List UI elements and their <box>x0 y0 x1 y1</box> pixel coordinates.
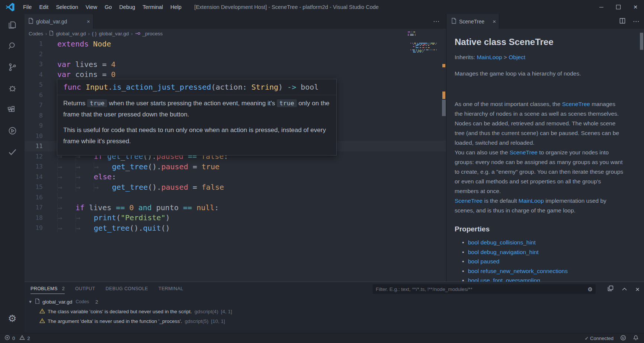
problems-group-row[interactable]: ▼global_var.gdCodes2 <box>25 297 644 307</box>
property-link[interactable]: bool refuse_new_network_connections <box>468 268 568 274</box>
source-control-icon[interactable] <box>0 57 25 78</box>
breadcrumb-item[interactable]: global_var.gd <box>56 31 86 36</box>
open-in-editor-icon[interactable] <box>608 285 613 293</box>
panel-tab-terminal[interactable]: TERMINAL <box>158 285 183 294</box>
overview-ruler[interactable] <box>442 29 446 282</box>
problems-status[interactable]: 0 2 <box>0 335 30 342</box>
check-icon: ✓ <box>585 336 590 341</box>
editor-tab-bar: global_var.gd × ⋯ <box>25 14 446 29</box>
maximize-button[interactable] <box>610 0 627 14</box>
filter-icon[interactable]: ⚙ <box>588 286 593 292</box>
menu-item-debug[interactable]: Debug <box>116 0 139 14</box>
explorer-icon[interactable] <box>0 14 25 35</box>
close-button[interactable]: ✕ <box>627 0 644 14</box>
property-link[interactable]: bool debug_collisions_hint <box>468 239 536 246</box>
debug-icon[interactable] <box>0 78 25 99</box>
editor-actions-ellipsis-icon[interactable]: ⋯ <box>433 14 440 29</box>
panel-tab-output[interactable]: OUTPUT <box>75 285 95 294</box>
problem-row[interactable]: The class variable 'coins' is declared b… <box>25 307 644 316</box>
menu-item-view[interactable]: View <box>82 0 101 14</box>
property-item: bool use_font_oversampling <box>462 276 624 282</box>
panel-tab-problems[interactable]: PROBLEMS2 <box>31 285 65 294</box>
code-line[interactable]: 13→→→get_tree().paused = true <box>25 161 446 172</box>
property-link[interactable]: bool paused <box>468 258 499 265</box>
feedback-smiley-icon[interactable] <box>620 335 626 342</box>
close-panel-icon[interactable]: × <box>635 286 640 293</box>
panel-tab-debug-console[interactable]: DEBUG CONSOLE <box>106 285 148 294</box>
filter-input[interactable] <box>373 286 588 292</box>
connection-status[interactable]: ✓ Connected <box>585 336 613 341</box>
error-count: 0 <box>12 336 15 341</box>
doc-link[interactable]: SceneTree <box>510 149 538 156</box>
code-line[interactable]: 19→→get_tree().quit() <box>25 223 446 233</box>
tab-scenetree[interactable]: SceneTree × <box>446 14 499 29</box>
code-line[interactable]: 1extends Node <box>25 39 446 49</box>
breadcrumb-item[interactable]: Codes <box>29 31 43 36</box>
breadcrumb-item[interactable]: global_var.gd <box>99 31 129 36</box>
warning-triangle-icon <box>39 308 45 315</box>
doc-link[interactable]: MainLoop <box>477 54 502 60</box>
property-link[interactable]: bool use_font_oversampling <box>468 277 540 282</box>
properties-heading: Properties <box>455 225 624 233</box>
docs-heading: Native class SceneTree <box>455 37 624 47</box>
warning-triangle-icon <box>39 318 45 324</box>
code-line[interactable]: 17→if lives == 0 and punto == null: <box>25 202 446 213</box>
menu-item-edit[interactable]: Edit <box>35 0 52 14</box>
problems-filter[interactable]: ⚙ <box>373 284 596 294</box>
manage-gear-icon[interactable]: ⚙ <box>0 308 25 329</box>
code-line[interactable]: 16→ <box>25 192 446 203</box>
tab-close-icon[interactable]: × <box>493 18 496 25</box>
maximize-panel-chevron-icon[interactable] <box>622 286 627 292</box>
doc-link[interactable]: MainLoop <box>519 198 544 204</box>
tab-close-icon[interactable]: × <box>87 18 90 25</box>
problem-row[interactable]: The argument 'delta' is never used in th… <box>25 316 644 326</box>
warning-count: 2 <box>27 336 30 341</box>
braces-symbol-icon: { } <box>92 31 97 36</box>
file-icon <box>49 31 54 37</box>
doc-link[interactable]: SceneTree <box>455 198 483 204</box>
code-line[interactable]: 2 <box>25 49 446 60</box>
hover-tooltip: func Input.is_action_just_pressed(action… <box>57 79 337 156</box>
more-actions-ellipsis-icon[interactable]: ⋯ <box>633 17 640 25</box>
code-line[interactable]: 4var coins = 0 <box>25 70 446 80</box>
minimap[interactable] <box>408 31 438 56</box>
menu-item-terminal[interactable]: Terminal <box>139 0 167 14</box>
docs-scrollbar-thumb[interactable] <box>640 33 643 50</box>
test-check-icon[interactable] <box>0 141 25 163</box>
chevron-down-icon: ▼ <box>28 299 32 304</box>
docs-intro: Manages the game loop via a hierarchy of… <box>455 69 624 78</box>
warning-marker <box>442 92 445 99</box>
code-line[interactable]: 14→→else: <box>25 172 446 182</box>
doc-link[interactable]: SceneTree <box>562 101 590 107</box>
menu-item-go[interactable]: Go <box>101 0 115 14</box>
doc-link[interactable]: Object <box>509 54 525 60</box>
tab-label: SceneTree <box>459 19 490 25</box>
tab-global-var[interactable]: global_var.gd × <box>25 14 93 29</box>
code-line[interactable]: 3var lives = 4 <box>25 59 446 70</box>
search-icon[interactable] <box>0 35 25 57</box>
code-line[interactable]: 15→→→get_tree().paused = false <box>25 182 446 192</box>
run-circle-icon[interactable] <box>0 120 25 141</box>
breadcrumb-item[interactable]: _process <box>142 31 163 36</box>
docs-content: Native class SceneTree Inherits: MainLoo… <box>446 29 644 282</box>
bottom-panel: PROBLEMS2OUTPUTDEBUG CONSOLETERMINAL ⚙ ×… <box>25 282 644 333</box>
warning-triangle-icon <box>19 335 25 342</box>
status-bar: 0 2 ✓ Connected <box>0 333 644 343</box>
extensions-icon[interactable] <box>0 99 25 120</box>
hover-signature: func Input.is_action_just_pressed(action… <box>63 81 330 94</box>
code-editor[interactable]: 1extends Node23var lives = 44var coins =… <box>25 38 446 282</box>
menu-item-file[interactable]: File <box>19 0 35 14</box>
minimize-button[interactable] <box>593 0 610 14</box>
split-editor-icon[interactable] <box>619 18 625 25</box>
properties-list: bool debug_collisions_hintbool debug_nav… <box>455 238 624 282</box>
menu-item-selection[interactable]: Selection <box>52 0 82 14</box>
vscode-window: FileEditSelectionViewGoDebugTerminalHelp… <box>0 0 644 343</box>
code-line[interactable]: 18→→print("Perdiste") <box>25 213 446 223</box>
vscode-logo-icon <box>5 2 15 12</box>
hover-divider <box>57 95 336 95</box>
property-link[interactable]: bool debug_navigation_hint <box>468 249 539 255</box>
scrollbar-thumb[interactable] <box>442 100 446 116</box>
notifications-bell-icon[interactable] <box>633 335 639 342</box>
breadcrumb[interactable]: Codes›global_var.gd›{ }global_var.gd›_pr… <box>25 29 450 38</box>
problems-list: ▼global_var.gdCodes2The class variable '… <box>25 297 644 333</box>
